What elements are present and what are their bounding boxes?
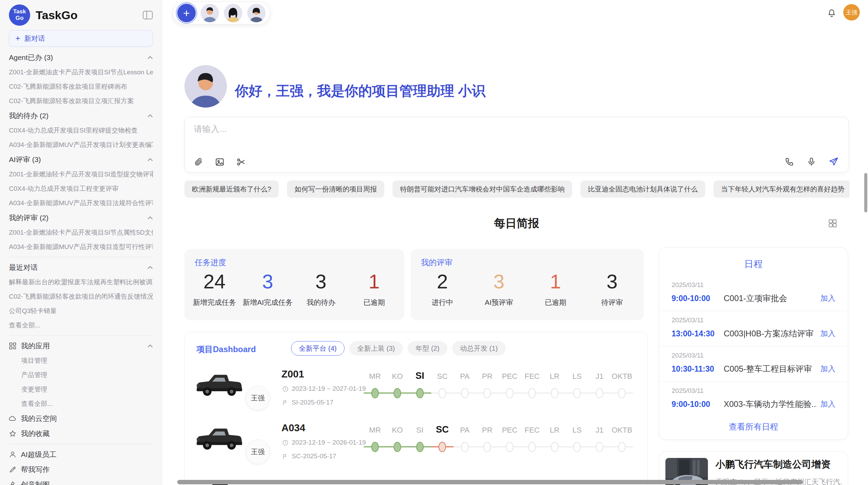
new-chat-button[interactable]: + 新对话 — [9, 30, 153, 47]
join-meeting-link[interactable]: 加入 — [820, 364, 835, 374]
sidebar-item[interactable]: A034-全新新能源MUV产品开发项目计划变更表编写 — [9, 138, 153, 152]
notification-bell-icon[interactable] — [827, 8, 836, 18]
recent-chat-item[interactable]: 公司Q3轻卡销量 — [9, 304, 153, 318]
apps-grid-icon — [9, 342, 16, 350]
briefing-layout-icon[interactable] — [828, 219, 837, 228]
chevron-up-icon — [147, 266, 153, 269]
mic-icon[interactable] — [807, 157, 816, 166]
my-review-card: 我的评审 2进行中3AI预评审1已逾期3待评审 — [411, 249, 644, 320]
briefing-title: 每日简报 — [184, 216, 849, 231]
event-time: 13:00-14:30 — [672, 329, 724, 338]
image-icon[interactable] — [215, 157, 225, 167]
sidebar-item[interactable]: C02-飞腾新能源轻客改款项目里程碑画布 — [9, 79, 153, 94]
milestone-dot — [573, 388, 581, 398]
project-row[interactable]: 王强A0342023-12-19 ~ 2026-01-19SC-2025-05-… — [185, 420, 648, 474]
user-avatar[interactable]: 王强 — [843, 4, 860, 21]
app-sub-item[interactable]: 变更管理 — [9, 382, 153, 397]
suggestion-chip[interactable]: 特朗普可能对进口汽车增税会对中国车企造成哪些影响 — [393, 181, 572, 198]
milestone-MR: MR — [364, 366, 386, 411]
agent-avatar-3[interactable] — [247, 4, 266, 22]
suggestion-chip[interactable]: 当下年轻人对汽车外观有怎样的喜好趋势 — [713, 181, 849, 198]
sidebar-item-favorites[interactable]: 我的收藏 — [9, 426, 153, 441]
sidebar-item-help-me-write[interactable]: 帮我写作 — [9, 462, 153, 477]
event-date: 2025/03/11 — [672, 316, 835, 324]
project-row[interactable]: 王强Z0012023-12-19 ~ 2027-01-19SI-2025-05-… — [185, 366, 648, 420]
chevron-up-icon — [147, 216, 153, 220]
sidebar-item-my-apps[interactable]: 我的应用 — [9, 338, 153, 353]
task-progress-stats: 24新增完成任务3新增AI完成任务3我的待办1已逾期 — [188, 270, 401, 307]
sidebar-item-cloud-space[interactable]: 我的云空间 — [9, 411, 153, 426]
sidebar-section-header[interactable]: 我的待办 (2) — [9, 108, 153, 123]
sidebar-item[interactable]: C0X4-动力总成开发项目工程变更评审 — [9, 182, 153, 196]
my-review-stats: 2进行中3AI预评审1已逾期3待评审 — [414, 270, 640, 307]
project-flag: SC-2025-05-17 — [282, 452, 336, 460]
sidebar-section-header[interactable]: AI评审 (3) — [9, 152, 153, 167]
milestone-timeline: MRKOSISCPAPRPECFECLRLSJ1OKTB — [364, 366, 633, 411]
suggestion-chip[interactable]: 欧洲新规最近颁布了什么? — [184, 181, 279, 198]
sidebar-item[interactable]: A034-全新新能源MUV产品开发项目法规符合性评审 — [9, 196, 153, 210]
schedule-event: 2025/03/1110:30-11:30C005-整车工程目标评审加入 — [659, 346, 848, 382]
sidebar-item[interactable]: C02-飞腾新能源轻客改款项目立项汇报方案 — [9, 94, 153, 108]
milestone-dot — [438, 388, 446, 398]
pencil-icon — [9, 466, 16, 473]
milestone-dot — [573, 442, 581, 452]
milestone-dot — [506, 388, 514, 398]
stat-item: 3待评审 — [584, 270, 640, 307]
section-label: Agent已办 (3) — [9, 53, 53, 62]
view-all-schedule-link[interactable]: 查看所有日程 — [659, 421, 848, 432]
schedule-event: 2025/03/119:00-10:00C001-立项审批会加入 — [659, 276, 848, 311]
recent-chat-item[interactable]: C02-飞腾新能源轻客改款项目的闭环通告反馈情况 — [9, 289, 153, 304]
sidebar-collapse-icon[interactable] — [143, 11, 153, 20]
dashboard-tab[interactable]: 动总开发 (1) — [452, 341, 506, 356]
join-meeting-link[interactable]: 加入 — [820, 328, 835, 339]
vehicle-image — [194, 422, 245, 455]
sidebar-section-header[interactable]: 我的评审 (2) — [9, 210, 153, 225]
vertical-scrollbar-thumb[interactable] — [864, 173, 867, 212]
sidebar-item[interactable]: Z001-全新燃油皮卡产品开发项目SI节点Lesson Learn报告 — [9, 65, 153, 79]
sidebar-item[interactable]: Z001-全新燃油轻卡产品开发项目SI造型提交物评审 — [9, 167, 153, 182]
phone-icon[interactable] — [785, 157, 794, 166]
stat-item: 2进行中 — [414, 270, 471, 307]
sidebar-item[interactable]: A034-全新新能源MUV产品开发项目造型可行性评审 — [9, 240, 153, 254]
agent-avatar-1[interactable] — [201, 4, 219, 22]
dashboard-tab[interactable]: 全新平台 (4) — [291, 341, 345, 356]
event-title: C001-立项审批会 — [724, 293, 817, 304]
sidebar-item[interactable]: C0X4-动力总成开发项目SI里程碑提交物检查 — [9, 123, 153, 138]
milestone-dot — [483, 388, 491, 398]
milestone-PR: PR — [476, 420, 499, 465]
recent-chat-item[interactable]: 解释最新出台的欧盟报废车法规再生塑料比例被调至15%... — [9, 275, 153, 289]
scissors-icon[interactable] — [236, 157, 246, 167]
recent-view-all-link[interactable]: 查看全部... — [9, 318, 153, 333]
recent-chats-header[interactable]: 最近对话 — [9, 260, 153, 275]
apps-view-all-link[interactable]: 查看全部... — [9, 397, 153, 411]
milestone-J1: J1 — [588, 366, 611, 411]
event-title: X003-车辆动力学性能验... — [724, 399, 817, 410]
sidebar-section-header[interactable]: Agent已办 (3) — [9, 50, 153, 65]
chat-input[interactable] — [194, 124, 742, 134]
milestone-FEC: FEC — [521, 420, 544, 465]
agent-avatar-2[interactable] — [224, 4, 242, 22]
favorites-label: 我的收藏 — [21, 429, 50, 438]
event-title: C003|H0B-方案冻结评审 — [724, 328, 817, 339]
sidebar-item[interactable]: Z001-全新燃油轻卡产品开发项目SI节点属性5D文件评审 — [9, 225, 153, 240]
tool-label: AI超级员工 — [21, 450, 57, 459]
app-sub-item[interactable]: 项目管理 — [9, 353, 153, 368]
schedule-event: 2025/03/1113:00-14:30C003|H0B-方案冻结评审加入 — [659, 311, 848, 346]
chevron-up-icon — [147, 56, 153, 59]
horizontal-scrollbar-thumb[interactable] — [177, 480, 803, 484]
send-icon[interactable] — [829, 157, 839, 167]
milestone-MR: MR — [364, 420, 386, 465]
sidebar-item-creative-drawing[interactable]: 创意制图 — [9, 477, 153, 485]
suggestion-chip[interactable]: 比亚迪全固态电池计划具体说了什么 — [580, 181, 705, 198]
join-meeting-link[interactable]: 加入 — [820, 293, 835, 303]
attachment-icon[interactable] — [194, 157, 203, 167]
dashboard-tab[interactable]: 全新上装 (3) — [349, 341, 403, 356]
add-agent-button[interactable]: + — [177, 4, 196, 22]
milestone-SI: SI — [409, 366, 431, 411]
chevron-up-icon — [147, 344, 153, 348]
join-meeting-link[interactable]: 加入 — [820, 399, 835, 409]
dashboard-tab[interactable]: 年型 (2) — [408, 341, 447, 356]
suggestion-chip[interactable]: 如何写一份清晰的项目周报 — [287, 181, 384, 198]
sidebar-item-ai-super-staff[interactable]: AI超级员工 — [9, 447, 153, 462]
app-sub-item[interactable]: 产品管理 — [9, 368, 153, 382]
